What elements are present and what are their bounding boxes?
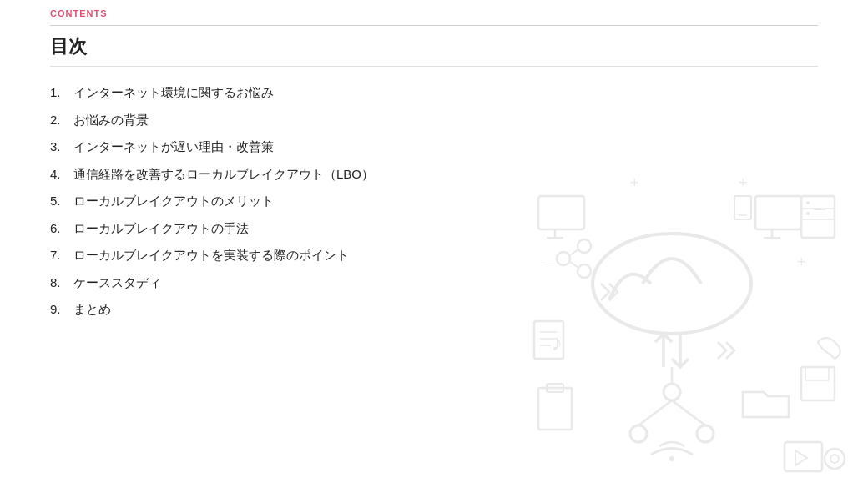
svg-line-23 <box>570 249 578 255</box>
svg-point-3 <box>664 384 680 400</box>
svg-rect-31 <box>785 442 822 471</box>
svg-point-20 <box>557 252 570 265</box>
svg-rect-35 <box>801 367 835 400</box>
page-container: ♪ + + + — — <box>0 0 868 488</box>
svg-text:—: — <box>814 202 825 215</box>
svg-point-8 <box>697 425 714 442</box>
svg-line-5 <box>638 400 672 425</box>
illustration: ♪ + + + — — <box>492 67 851 475</box>
svg-point-7 <box>630 425 647 442</box>
svg-point-18 <box>806 201 810 204</box>
svg-line-24 <box>570 262 578 268</box>
svg-point-26 <box>669 456 674 461</box>
svg-rect-42 <box>734 196 751 219</box>
svg-text:—: — <box>542 256 554 269</box>
svg-line-6 <box>672 400 705 425</box>
svg-point-34 <box>830 455 839 463</box>
svg-rect-44 <box>538 388 572 430</box>
svg-point-22 <box>578 264 591 278</box>
svg-text:+: + <box>797 254 806 270</box>
svg-marker-32 <box>795 450 807 465</box>
svg-rect-9 <box>538 196 584 229</box>
svg-text:♪: ♪ <box>551 330 563 355</box>
svg-point-21 <box>578 239 591 253</box>
svg-text:+: + <box>630 174 639 191</box>
top-divider <box>50 25 818 26</box>
svg-point-19 <box>806 212 810 215</box>
page-title: 目次 <box>50 34 818 67</box>
contents-label: CONteNTS <box>50 8 818 18</box>
svg-rect-12 <box>755 196 801 229</box>
svg-text:+: + <box>739 174 748 191</box>
svg-rect-36 <box>805 367 829 380</box>
svg-point-33 <box>825 449 845 469</box>
